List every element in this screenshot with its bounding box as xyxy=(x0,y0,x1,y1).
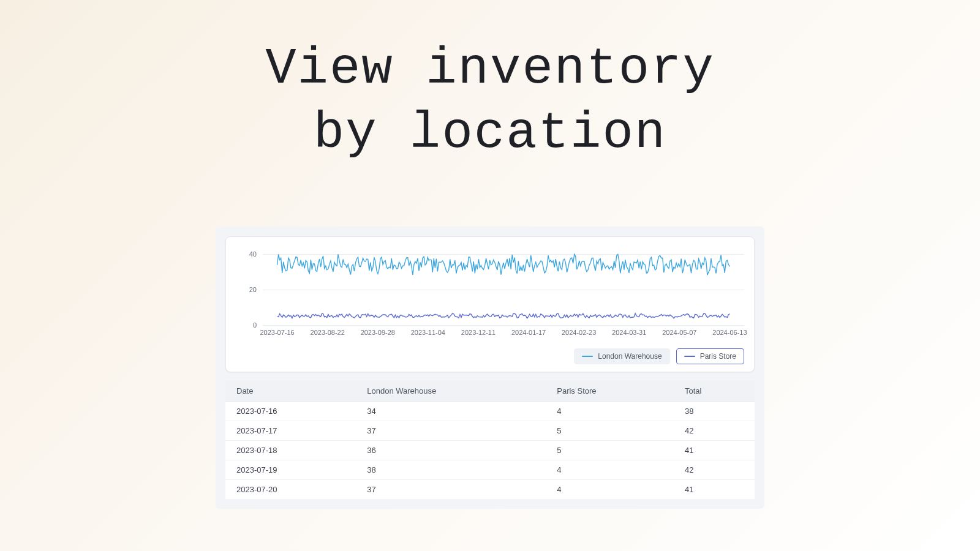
chart-series-paris xyxy=(277,313,730,318)
x-tick: 2023-09-28 xyxy=(361,329,395,336)
x-tick: 2024-01-17 xyxy=(511,329,546,336)
cell-paris: 4 xyxy=(546,460,674,480)
legend-item-london[interactable]: London Warehouse xyxy=(574,348,669,364)
cell-date: 2023-07-17 xyxy=(225,421,356,441)
chart-y-axis: 40 20 0 xyxy=(236,246,260,325)
cell-total: 38 xyxy=(674,402,755,421)
inventory-table: Date London Warehouse Paris Store Total … xyxy=(225,381,755,499)
cell-london: 36 xyxy=(356,441,546,460)
table-header-row: Date London Warehouse Paris Store Total xyxy=(225,381,755,402)
cell-date: 2023-07-20 xyxy=(225,480,356,500)
cell-total: 41 xyxy=(674,480,755,500)
x-tick: 2023-07-16 xyxy=(260,329,294,336)
page-title: View inventory by location xyxy=(0,37,980,165)
cell-total: 41 xyxy=(674,441,755,460)
inventory-panel: 40 20 0 2023-07-162023-08-222023-09-2820… xyxy=(216,227,764,509)
legend-swatch-icon xyxy=(684,356,695,357)
x-tick: 2024-06-13 xyxy=(712,329,747,336)
cell-total: 42 xyxy=(674,460,755,480)
col-paris: Paris Store xyxy=(546,381,674,402)
chart-legend: London Warehouse Paris Store xyxy=(236,348,744,364)
hero: View inventory by location xyxy=(0,0,980,165)
legend-swatch-icon xyxy=(582,356,593,357)
cell-london: 37 xyxy=(356,421,546,441)
cell-paris: 4 xyxy=(546,480,674,500)
legend-label: London Warehouse xyxy=(598,352,662,361)
col-date: Date xyxy=(225,381,356,402)
legend-item-paris[interactable]: Paris Store xyxy=(676,348,744,364)
col-total: Total xyxy=(674,381,755,402)
grid-line xyxy=(263,325,744,326)
table-row: 2023-07-2037441 xyxy=(225,480,755,500)
cell-paris: 5 xyxy=(546,441,674,460)
cell-date: 2023-07-16 xyxy=(225,402,356,421)
chart-plot-area: 40 20 0 xyxy=(236,246,744,325)
cell-london: 38 xyxy=(356,460,546,480)
inventory-table-wrap: Date London Warehouse Paris Store Total … xyxy=(225,381,755,499)
cell-date: 2023-07-18 xyxy=(225,441,356,460)
x-tick: 2024-05-07 xyxy=(662,329,696,336)
chart-x-axis: 2023-07-162023-08-222023-09-282023-11-04… xyxy=(263,329,744,342)
chart-svg xyxy=(263,246,744,324)
y-tick-40: 40 xyxy=(249,250,257,258)
chart-series-london xyxy=(277,254,730,275)
cell-total: 42 xyxy=(674,421,755,441)
table-row: 2023-07-1737542 xyxy=(225,421,755,441)
y-tick-0: 0 xyxy=(253,321,257,329)
cell-paris: 5 xyxy=(546,421,674,441)
cell-date: 2023-07-19 xyxy=(225,460,356,480)
cell-paris: 4 xyxy=(546,402,674,421)
x-tick: 2023-11-04 xyxy=(411,329,445,336)
col-london: London Warehouse xyxy=(356,381,546,402)
table-row: 2023-07-1634438 xyxy=(225,402,755,421)
x-tick: 2024-03-31 xyxy=(612,329,646,336)
x-tick: 2024-02-23 xyxy=(562,329,596,336)
x-tick: 2023-12-11 xyxy=(461,329,496,336)
y-tick-20: 20 xyxy=(249,286,257,293)
cell-london: 37 xyxy=(356,480,546,500)
cell-london: 34 xyxy=(356,402,546,421)
table-row: 2023-07-1836541 xyxy=(225,441,755,460)
table-row: 2023-07-1938442 xyxy=(225,460,755,480)
legend-label: Paris Store xyxy=(700,352,736,361)
x-tick: 2023-08-22 xyxy=(311,329,345,336)
inventory-chart-card: 40 20 0 2023-07-162023-08-222023-09-2820… xyxy=(225,236,755,372)
